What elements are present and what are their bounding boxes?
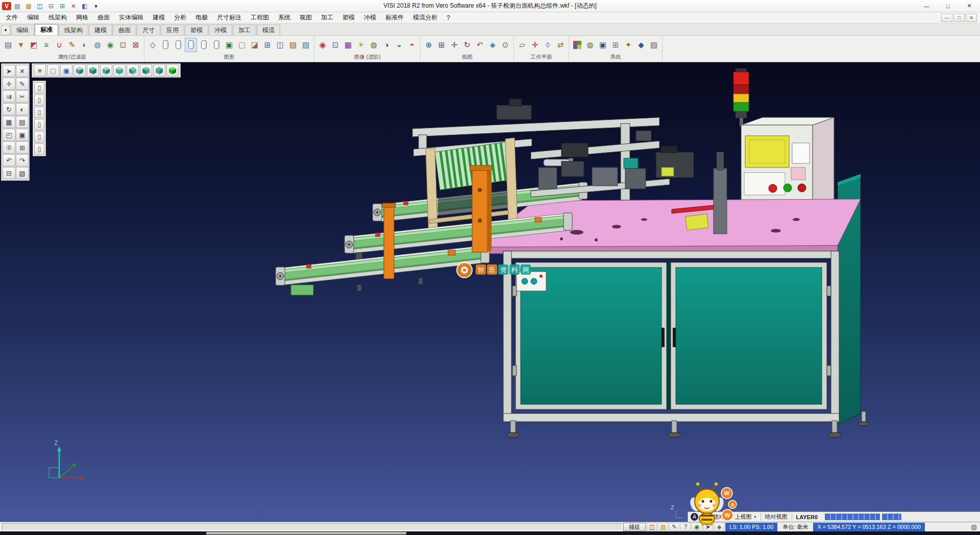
section-icon[interactable]: ◪ — [249, 38, 261, 52]
layer-indicator[interactable]: LAYER0 — [792, 512, 822, 522]
move-icon[interactable]: ✛ — [3, 78, 15, 90]
doc-strip-icon-2[interactable]: ▯ — [34, 94, 44, 106]
extrude-icon[interactable]: ◰ — [3, 129, 15, 141]
view-cube-right-icon[interactable] — [113, 64, 126, 77]
menu-item-1[interactable]: 文件 — [1, 12, 22, 23]
menu-item-10[interactable]: 尺寸标注 — [212, 12, 246, 23]
previous-view-icon[interactable]: ↶ — [474, 38, 486, 52]
view-cube-left-icon[interactable] — [127, 64, 139, 77]
new-file-icon[interactable]: ▤ — [12, 2, 22, 11]
tab-应用[interactable]: 应用 — [161, 25, 184, 35]
texture-icon[interactable]: ▨ — [287, 38, 299, 52]
workplane-flip-icon[interactable]: ⇄ — [554, 38, 567, 52]
grid-settings-icon[interactable]: ⊞ — [609, 38, 622, 52]
delete-icon[interactable]: ✕ — [68, 2, 79, 11]
color-attr-icon[interactable]: ◩ — [28, 38, 40, 52]
status-edit-icon[interactable]: ✎ — [669, 523, 679, 531]
view-cube-top-icon[interactable] — [87, 64, 99, 77]
menu-item-2[interactable]: 编辑 — [22, 12, 44, 23]
ghost-mode-icon[interactable]: ▢ — [236, 38, 248, 52]
layer-color-bar-2[interactable] — [882, 514, 901, 520]
folder-icon[interactable]: ▧ — [16, 167, 29, 179]
pan-icon[interactable]: ✛ — [448, 38, 460, 52]
grid-icon[interactable]: ⊞ — [57, 2, 67, 11]
fit-view-icon[interactable]: ⊙ — [499, 38, 511, 52]
tab-冲模[interactable]: 冲模 — [209, 25, 232, 35]
solid-icon[interactable]: ▣ — [16, 129, 29, 141]
doc-strip-icon-3[interactable]: ▯ — [34, 107, 44, 118]
snap-settings-icon[interactable]: ✦ — [622, 38, 634, 52]
menu-item-17[interactable]: 标准件 — [381, 12, 408, 23]
model-cabinet[interactable] — [503, 251, 839, 422]
monitor-icon[interactable]: ▣ — [597, 38, 609, 52]
tab-线架构[interactable]: 线架构 — [59, 25, 88, 35]
tab-标准[interactable]: 标准 — [35, 24, 58, 35]
snap-button[interactable]: 捕捉 — [623, 523, 646, 531]
cylinder-style-3-icon[interactable] — [185, 38, 197, 52]
menu-item-5[interactable]: 曲面 — [93, 12, 114, 23]
properties-icon[interactable]: ▤ — [2, 38, 14, 52]
doc-strip-icon-1[interactable]: ▯ — [34, 82, 44, 93]
options-icon[interactable]: ◆ — [635, 38, 647, 52]
visi-logo-icon[interactable]: V — [2, 2, 11, 10]
workplane-icon[interactable]: ▱ — [516, 38, 528, 52]
menu-item-4[interactable]: 网格 — [71, 12, 93, 23]
tab-尺寸[interactable]: 尺寸 — [137, 25, 160, 35]
layer-color-bar[interactable] — [825, 514, 880, 520]
snapshot-icon[interactable]: ⊡ — [329, 38, 341, 52]
palette-icon[interactable]: ◧ — [80, 2, 90, 11]
film-icon[interactable]: ▦ — [342, 38, 354, 52]
menu-item-19[interactable]: ? — [442, 12, 455, 23]
viewbar-menu-icon[interactable]: ≡ — [34, 64, 46, 77]
menu-item-18[interactable]: 模流分析 — [408, 12, 442, 23]
rotate-view-icon[interactable]: ↻ — [461, 38, 473, 52]
layers-icon[interactable]: ≡ — [40, 38, 53, 52]
two-d-icon[interactable]: ② — [3, 141, 15, 154]
view-cube-iso-icon[interactable] — [74, 64, 86, 77]
taskbar-app-button[interactable] — [206, 532, 406, 534]
unlock-entity-icon[interactable]: ⊠ — [130, 38, 142, 52]
view-cube-bottom-icon[interactable] — [153, 64, 165, 77]
view-cube-shaded-icon[interactable] — [166, 64, 179, 77]
profiles-icon[interactable]: ▨ — [648, 38, 660, 52]
menu-item-6[interactable]: 实体编辑 — [114, 12, 148, 23]
doc-strip-icon-5[interactable]: ▯ — [34, 131, 44, 142]
menu-item-14[interactable]: 加工 — [316, 12, 338, 23]
globe-icon[interactable]: ◍ — [971, 523, 977, 531]
undo-icon[interactable]: ↶ — [3, 154, 15, 166]
menu-item-16[interactable]: 冲模 — [359, 12, 381, 23]
trim-icon[interactable]: ✂ — [16, 90, 29, 103]
menu-item-11[interactable]: 工程图 — [246, 12, 274, 23]
system-globe-icon[interactable]: ◍ — [584, 38, 596, 52]
tab-曲面[interactable]: 曲面 — [113, 25, 136, 35]
command-prompt-field[interactable] — [2, 523, 622, 531]
menu-item-15[interactable]: 塑模 — [338, 12, 359, 23]
brush-icon[interactable]: ✎ — [66, 38, 78, 52]
cylinder-style-4-icon[interactable] — [198, 38, 210, 52]
reflection-icon[interactable]: ◒ — [393, 38, 405, 52]
background-icon[interactable]: ▧ — [300, 38, 312, 52]
lock-entity-icon[interactable]: ⊡ — [117, 38, 129, 52]
magnet-icon[interactable]: ∪ — [53, 38, 65, 52]
tab-塑模[interactable]: 塑模 — [185, 25, 208, 35]
doc-strip-icon-6[interactable]: ▯ — [34, 143, 44, 155]
light-icon[interactable]: ☀ — [355, 38, 367, 52]
wireframe-icon[interactable]: ◇ — [146, 38, 159, 52]
show-entity-icon[interactable]: ◉ — [104, 38, 116, 52]
cylinder-style-2-icon[interactable] — [172, 38, 184, 52]
zoom-all-icon[interactable]: ⊕ — [423, 38, 435, 52]
shadow-icon[interactable]: ◑ — [380, 38, 393, 52]
tab-加工[interactable]: 加工 — [233, 25, 256, 35]
edges-icon[interactable]: ⊞ — [261, 38, 274, 52]
print-icon[interactable]: ⊟ — [46, 2, 56, 11]
view-mode-button[interactable]: 绝对视图 — [761, 512, 792, 522]
workplane-align-icon[interactable]: ◊ — [542, 38, 554, 52]
tab-建模[interactable]: 建模 — [89, 25, 112, 35]
tab-overflow-dropdown[interactable]: ▾ — [1, 25, 10, 35]
menu-item-3[interactable]: 线架构 — [44, 12, 71, 23]
calculator-icon[interactable]: ⊟ — [3, 167, 15, 179]
sheet-icon[interactable]: ▤ — [16, 116, 29, 128]
taskbar[interactable] — [0, 531, 980, 535]
silhouette-icon[interactable]: ◫ — [274, 38, 286, 52]
viewport-3d[interactable]: Z Z 智 造 资 料 网 — [0, 62, 980, 522]
